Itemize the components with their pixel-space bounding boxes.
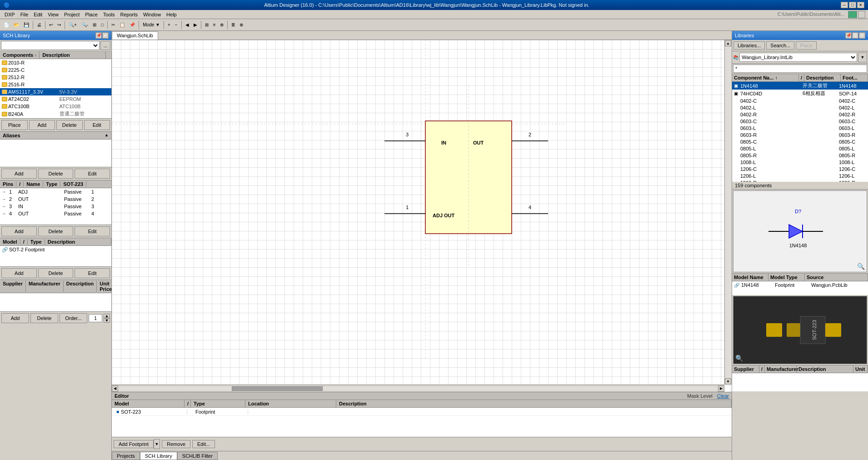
toolbar-b2[interactable]: ▶	[192, 20, 199, 30]
foot-col[interactable]: Foot...	[841, 74, 868, 81]
schematic-canvas[interactable]: IN OUT ADJ OUT 3 2	[112, 40, 732, 392]
location-col-header[interactable]: Location	[245, 400, 336, 407]
place-lib-button[interactable]: Place	[796, 41, 817, 50]
edit-button[interactable]: Edit...	[192, 440, 215, 448]
lib-component-row[interactable]: 0805-C 0805-C	[732, 138, 868, 145]
model-col-header[interactable]: Model	[112, 400, 185, 407]
tab-sch-library[interactable]: SCH Library	[140, 452, 177, 460]
delete-model-button[interactable]: Delete	[38, 268, 74, 278]
toolbar-undo[interactable]: ↩	[47, 20, 55, 30]
pins-list[interactable]: → 1 ADJ Passive 1 → 2 OUT Passive 2 → 3 …	[0, 188, 111, 225]
model-sort[interactable]: /	[20, 239, 28, 245]
menu-project[interactable]: Project	[61, 11, 82, 18]
list-scroll-right[interactable]	[106, 51, 111, 59]
order-input[interactable]	[89, 314, 102, 322]
libraries-list-button[interactable]: Libraries...	[733, 41, 765, 50]
list-item[interactable]: AT24C02 EEPROM	[0, 95, 111, 103]
desc-col[interactable]: Description	[804, 74, 841, 81]
lib-component-row[interactable]: 0603-C 0603-C	[732, 118, 868, 125]
editor-row[interactable]: ■ SOT-223 Footprint	[112, 408, 732, 416]
place-button[interactable]: Place	[1, 120, 28, 130]
add-footprint-button[interactable]: Add Footprint	[114, 440, 154, 448]
toolbar-b1[interactable]: ◀	[184, 20, 191, 30]
order-down-button[interactable]: ▼	[104, 318, 110, 323]
toolbar-minus[interactable]: −	[173, 20, 180, 30]
library-select[interactable]: Wangjun_Library.IntLib	[739, 53, 857, 62]
lib-component-row[interactable]: 0402-C 0402-C	[732, 97, 868, 104]
lib-component-row[interactable]: ▣ 74HC04D 6相反相器 SOP-14	[732, 90, 868, 97]
description-col-header[interactable]: Description	[336, 400, 732, 407]
components-col-header[interactable]: Components	[0, 51, 40, 59]
toolbar-b4[interactable]: ⊕	[218, 20, 225, 30]
lib-component-row[interactable]: 0402-L 0402-L	[732, 104, 868, 111]
editor-table-body[interactable]: ■ SOT-223 Footprint	[112, 408, 732, 437]
toolbar-print[interactable]: 🖨	[35, 20, 43, 30]
libraries-close-button[interactable]: ✕	[859, 32, 865, 39]
toolbar-cut[interactable]: ✂	[110, 20, 117, 30]
scroll-down-button[interactable]: ▼	[725, 378, 731, 385]
lib-component-list[interactable]: ▣ 1N4148 开关二极管 1N4148 ▣ 74HC04D 6相反相器 SO…	[732, 82, 868, 182]
lib-component-row[interactable]: 1008-L 1008-L	[732, 159, 868, 165]
menu-file[interactable]: File	[18, 11, 31, 18]
horizontal-scrollbar[interactable]: ◀ ▶	[112, 385, 724, 392]
toolbar-b5[interactable]: ≣	[229, 20, 237, 30]
lib-component-row[interactable]: 0603-L 0603-L	[732, 125, 868, 131]
menu-edit[interactable]: Edit	[31, 11, 45, 18]
add-component-button[interactable]: Add	[29, 120, 55, 130]
supplier-right-col[interactable]: Supplier	[732, 365, 759, 373]
minimize-button[interactable]: ─	[841, 2, 848, 8]
model-type-col[interactable]: Model Type	[768, 274, 805, 281]
panel-pin-button[interactable]: 📌	[95, 32, 102, 39]
toolbar-paste[interactable]: 📌	[128, 20, 137, 30]
lib-component-row[interactable]: ▣ 1N4148 开关二极管 1N4148	[732, 82, 868, 90]
pin-row[interactable]: → 2 OUT Passive 2	[0, 195, 111, 203]
scroll-left-button[interactable]: ◀	[112, 385, 118, 392]
lib-select-arrow[interactable]: ▼	[858, 52, 867, 62]
edit-component-button[interactable]: Edit	[84, 120, 110, 130]
model-table-list[interactable]: 🔗 1N4148 Footprint Wangjun.PcbLib	[732, 281, 868, 295]
delete-supplier-button[interactable]: Delete	[30, 313, 58, 323]
edit-pin-button[interactable]: Edit	[75, 226, 110, 236]
unit-right-col[interactable]: Unit	[853, 365, 868, 373]
tab-wangjun-schlib[interactable]: Wangjun.SchLib	[112, 31, 158, 40]
toolbar-redo[interactable]: ↪	[55, 20, 63, 30]
order-up-button[interactable]: ▲	[104, 314, 110, 318]
clear-button[interactable]: Clear	[717, 393, 729, 399]
edit-model-button[interactable]: Edit	[75, 268, 110, 278]
list-item[interactable]: B240A 普通二极管	[0, 110, 111, 118]
toolbar-plus[interactable]: +	[166, 20, 172, 30]
model-name-col[interactable]: Model Name	[732, 274, 768, 281]
lib-component-row[interactable]: 0402-R 0402-R	[732, 111, 868, 118]
menu-view[interactable]: View	[45, 11, 61, 18]
menu-place[interactable]: Place	[82, 11, 100, 18]
delete-pin-button[interactable]: Delete	[38, 226, 74, 236]
model-source-col[interactable]: Source	[805, 274, 868, 281]
toolbar-open[interactable]: 📂	[12, 20, 21, 30]
aliases-list[interactable]	[0, 140, 111, 167]
list-item[interactable]: 2512-R	[0, 74, 111, 81]
manufacturer-right-col[interactable]: Manufacturer	[765, 365, 797, 373]
toolbar-zoom-out[interactable]: 🔍-	[80, 20, 90, 30]
delete-component-button[interactable]: Delete	[56, 120, 83, 130]
toolbar-zoom-in[interactable]: 🔍+	[67, 20, 79, 30]
add-footprint-arrow[interactable]: ▼	[154, 439, 160, 449]
supplier-sort-col[interactable]: /	[759, 365, 765, 373]
libraries-pin-button[interactable]: 📌	[845, 32, 852, 39]
add-pin-button[interactable]: Add	[1, 226, 37, 236]
toolbar-fit[interactable]: ⊞	[91, 20, 98, 30]
lib-component-row[interactable]: 1206-C 1206-C	[732, 165, 868, 172]
list-item[interactable]: 2010-R	[0, 59, 111, 66]
panel-close-button[interactable]: ✕	[102, 32, 109, 39]
toolbar-mode[interactable]: Mode ▼	[141, 20, 162, 30]
model-col[interactable]: Model	[0, 239, 20, 245]
pins-sort-icon[interactable]: /	[16, 181, 24, 187]
pin-row[interactable]: → 3 IN Passive 3	[0, 203, 111, 210]
lib-component-row[interactable]: 0603-R 0603-R	[732, 131, 868, 138]
lib-component-row[interactable]: 1206-L 1206-L	[732, 172, 868, 179]
scroll-up-button[interactable]: ▲	[725, 40, 731, 46]
toolbar-zoom-sheet[interactable]: □	[99, 20, 105, 30]
restore-button[interactable]: □	[849, 2, 856, 8]
zoom-preview-button[interactable]: 🔍	[857, 263, 865, 270]
order-button[interactable]: Order...	[60, 313, 87, 323]
add-alias-button[interactable]: Add	[1, 169, 37, 179]
